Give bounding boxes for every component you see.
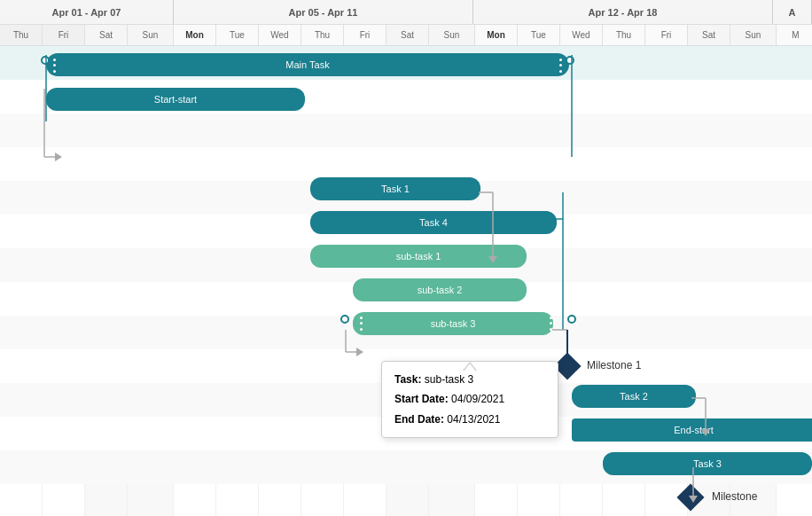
day-sat3: Sat: [688, 25, 730, 45]
col-18: [777, 46, 812, 516]
subtask3-start-endpoint: [340, 315, 349, 324]
main-task-right-handle[interactable]: [557, 57, 564, 74]
col-2: [85, 46, 128, 516]
day-sun3: Sun: [730, 25, 777, 45]
subtask2-bar[interactable]: sub-task 2: [353, 278, 527, 301]
grid-body: Main Task Start-start Task 1 Task 4 sub-…: [0, 46, 812, 516]
day-fri3: Fri: [645, 25, 688, 45]
subtask3-right-handle[interactable]: [547, 315, 554, 332]
main-task-end-endpoint: [566, 56, 574, 65]
day-m: M: [777, 25, 812, 45]
gantt-chart: Apr 01 - Apr 07 Apr 05 - Apr 11 Apr 12 -…: [0, 0, 812, 516]
col-1: [43, 46, 85, 516]
col-4: [174, 46, 216, 516]
tooltip-task-row: Task: sub-task 3: [394, 371, 545, 388]
day-tue2: Tue: [518, 25, 560, 45]
main-task-start-endpoint: [41, 56, 50, 65]
milestone1-label: Milestone 1: [587, 359, 641, 371]
col-15: [645, 46, 688, 516]
week-cell-3: Apr 12 - Apr 18: [473, 0, 773, 24]
row-bg-2: [0, 113, 812, 147]
tooltip-start-value-text: 04/09/2021: [451, 393, 504, 405]
subtask3-left-handle[interactable]: [357, 315, 364, 332]
day-mon1: Mon: [174, 25, 216, 45]
milestone2-label: Milestone: [712, 490, 757, 503]
col-5: [216, 46, 259, 516]
day-header: Thu Fri Sat Sun Mon Tue Wed Thu Fri Sat …: [0, 25, 812, 46]
week-header: Apr 01 - Apr 07 Apr 05 - Apr 11 Apr 12 -…: [0, 0, 812, 25]
day-thu2: Thu: [301, 25, 344, 45]
tooltip-start-row: Start Date: 04/09/2021: [394, 390, 545, 408]
day-sat1: Sat: [85, 25, 128, 45]
subtask3-tooltip: Task: sub-task 3 Start Date: 04/09/2021 …: [381, 361, 558, 438]
main-task-bar[interactable]: Main Task: [46, 53, 569, 76]
day-sun2: Sun: [429, 25, 475, 45]
col-0: [0, 46, 43, 516]
day-wed1: Wed: [259, 25, 301, 45]
col-16: [688, 46, 730, 516]
tooltip-arrow-inner: [464, 364, 476, 371]
task3-bar[interactable]: Task 3: [603, 452, 812, 475]
subtask1-bar[interactable]: sub-task 1: [310, 245, 527, 268]
day-tue1: Tue: [216, 25, 259, 45]
col-7: [301, 46, 344, 516]
svg-marker-4: [55, 152, 62, 161]
day-sat2: Sat: [386, 25, 429, 45]
day-thu1: Thu: [0, 25, 43, 45]
col-17: [730, 46, 777, 516]
task1-bar[interactable]: Task 1: [310, 177, 480, 200]
col-14: [603, 46, 645, 516]
col-12: [518, 46, 560, 516]
svg-marker-9: [356, 348, 363, 356]
task4-bar[interactable]: Task 4: [310, 211, 557, 234]
day-sun1: Sun: [128, 25, 174, 45]
week-cell-4: A: [773, 0, 812, 24]
tooltip-task-label: Task:: [394, 373, 421, 386]
tooltip-task-value-text: sub-task 3: [425, 373, 473, 386]
subtask3-bar[interactable]: sub-task 3: [353, 312, 553, 335]
main-task-left-handle[interactable]: [51, 57, 58, 74]
col-6: [259, 46, 301, 516]
tooltip-end-label: End Date:: [394, 413, 444, 426]
tooltip-end-row: End Date: 04/13/2021: [394, 410, 545, 428]
milestone2-diamond[interactable]: [676, 483, 704, 511]
week-cell-2: Apr 05 - Apr 11: [174, 0, 473, 24]
day-fri1: Fri: [43, 25, 85, 45]
week-cell-1: Apr 01 - Apr 07: [0, 0, 174, 24]
tooltip-start-label: Start Date:: [394, 393, 449, 405]
day-mon2: Mon: [475, 25, 518, 45]
day-wed2: Wed: [560, 25, 603, 45]
col-3: [128, 46, 174, 516]
col-13: [560, 46, 603, 516]
day-fri2: Fri: [344, 25, 386, 45]
day-thu3: Thu: [603, 25, 645, 45]
tooltip-end-value-text: 04/13/2021: [447, 413, 500, 426]
start-start-bar[interactable]: Start-start: [46, 88, 305, 111]
end-start-bar[interactable]: End-start: [572, 418, 812, 442]
row-bg-3: [0, 147, 812, 181]
task2-bar[interactable]: Task 2: [572, 385, 696, 408]
subtask3-end-endpoint: [567, 315, 576, 324]
